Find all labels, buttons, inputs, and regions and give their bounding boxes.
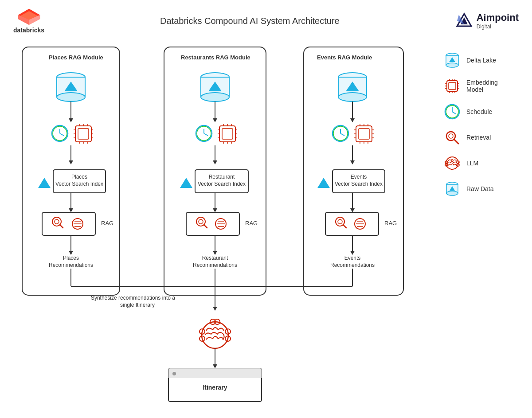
svg-text:Events RAG Module: Events RAG Module — [317, 54, 372, 61]
legend-schedule: Schedule — [443, 103, 514, 121]
svg-marker-127 — [350, 160, 355, 164]
svg-text:Recommendations: Recommendations — [330, 262, 375, 268]
svg-marker-50 — [69, 251, 73, 255]
header: databricks Databricks Compound AI System… — [0, 0, 532, 38]
svg-point-57 — [201, 93, 229, 102]
svg-marker-128 — [317, 178, 330, 188]
svg-rect-87 — [186, 212, 239, 235]
svg-marker-144 — [350, 251, 355, 255]
svg-rect-166 — [168, 373, 262, 378]
legend-raw-data: Raw Data — [443, 180, 514, 198]
svg-marker-107 — [350, 118, 355, 122]
page-title: Databricks Compound AI System Architectu… — [44, 16, 455, 26]
legend-embedding: Embedding Model — [443, 77, 514, 95]
svg-line-137 — [343, 225, 346, 228]
svg-line-193 — [454, 139, 458, 144]
svg-marker-60 — [213, 118, 217, 122]
svg-marker-152 — [213, 307, 217, 311]
svg-text:single Itinerary: single Itinerary — [120, 302, 155, 308]
svg-marker-13 — [69, 118, 73, 122]
schedule-label: Schedule — [466, 108, 492, 115]
svg-point-136 — [338, 219, 342, 224]
svg-point-104 — [338, 93, 367, 102]
delta-lake-icon — [443, 51, 461, 69]
svg-point-42 — [55, 219, 59, 224]
aimpoint-icon — [455, 12, 473, 30]
schedule-icon — [443, 103, 461, 121]
svg-point-155 — [202, 322, 228, 348]
llm-label: LLM — [466, 160, 478, 167]
retrieval-label: Retrieval — [466, 134, 491, 141]
svg-text:RAG: RAG — [101, 220, 113, 227]
raw-data-label: Raw Data — [466, 185, 493, 192]
svg-point-89 — [199, 219, 203, 224]
svg-text:Vector Search Index: Vector Search Index — [55, 181, 103, 187]
svg-text:Recommendations: Recommendations — [49, 262, 93, 268]
svg-text:Events: Events — [344, 255, 361, 261]
svg-text:RAG: RAG — [384, 220, 397, 227]
databricks-logo: databricks — [13, 8, 44, 34]
svg-rect-40 — [42, 212, 95, 235]
svg-text:Restaurants RAG Module: Restaurants RAG Module — [181, 54, 250, 61]
aimpoint-name: Aimpoint — [477, 12, 519, 23]
svg-point-194 — [446, 157, 458, 169]
legend-retrieval: Retrieval — [443, 129, 514, 146]
legend-delta-lake: Delta Lake — [443, 51, 514, 69]
svg-text:RAG: RAG — [245, 220, 258, 227]
svg-marker-33 — [69, 160, 73, 164]
svg-marker-97 — [213, 251, 217, 255]
raw-data-icon — [443, 180, 461, 198]
places-module-title: Places RAG Module — [49, 54, 103, 61]
svg-text:Recommendations: Recommendations — [193, 262, 237, 268]
delta-lake-label: Delta Lake — [466, 57, 496, 64]
retrieval-icon — [443, 129, 461, 146]
svg-marker-34 — [38, 178, 51, 188]
embedding-model-icon — [443, 77, 461, 95]
svg-point-201 — [446, 191, 458, 195]
svg-rect-19 — [78, 129, 89, 139]
svg-line-43 — [60, 225, 63, 228]
legend-llm: LLM — [443, 154, 514, 172]
svg-rect-66 — [222, 129, 233, 139]
svg-marker-86 — [213, 208, 217, 212]
svg-point-10 — [57, 93, 85, 102]
svg-marker-163 — [213, 364, 217, 368]
svg-marker-39 — [69, 208, 73, 212]
aimpoint-sub: Digital — [477, 23, 519, 30]
svg-text:Events: Events — [351, 174, 367, 180]
svg-text:Places: Places — [71, 174, 87, 180]
main-diagram: Places RAG Module — [9, 38, 426, 410]
svg-text:Itinerary: Itinerary — [203, 384, 227, 391]
svg-point-192 — [449, 134, 453, 138]
databricks-icon — [17, 8, 41, 26]
svg-point-167 — [172, 372, 176, 375]
svg-text:Vector Search Index: Vector Search Index — [335, 181, 383, 187]
svg-text:Places: Places — [63, 255, 79, 261]
svg-text:Restaurant: Restaurant — [209, 174, 235, 180]
svg-text:Vector Search Index: Vector Search Index — [198, 181, 246, 187]
svg-point-171 — [446, 63, 458, 67]
legend: Delta Lake — [434, 38, 523, 412]
svg-text:Restaurant: Restaurant — [202, 255, 228, 261]
svg-rect-134 — [325, 212, 379, 235]
svg-rect-174 — [449, 82, 456, 90]
svg-marker-80 — [213, 160, 217, 164]
aimpoint-logo: Aimpoint Digital — [455, 12, 519, 30]
embedding-label: Embedding Model — [466, 79, 514, 93]
llm-icon — [443, 154, 461, 172]
svg-marker-133 — [350, 208, 355, 212]
aimpoint-text: Aimpoint Digital — [477, 12, 519, 30]
svg-marker-81 — [180, 178, 192, 188]
svg-text:Synthesize recommendations int: Synthesize recommendations into a — [91, 295, 175, 301]
databricks-label: databricks — [13, 27, 44, 34]
svg-rect-113 — [359, 129, 369, 139]
svg-line-90 — [204, 225, 207, 228]
